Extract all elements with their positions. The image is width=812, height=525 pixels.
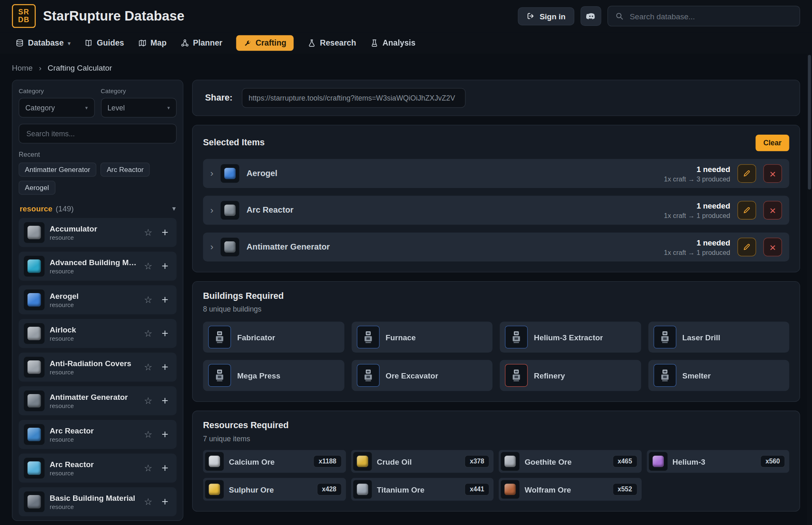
list-item[interactable]: Accumulator resource ☆ + [18, 218, 177, 247]
nav-database[interactable]: Database ▾ [16, 38, 71, 48]
building-tile[interactable]: Laser Drill [648, 321, 789, 353]
remove-button[interactable]: × [763, 201, 782, 219]
expand-chevron-icon[interactable]: › [210, 206, 213, 215]
share-url-input[interactable] [242, 88, 466, 108]
item-type: resource [50, 369, 138, 376]
level-filter-label: Category [101, 87, 177, 95]
list-item[interactable]: Basic Building Material resource ☆ + [18, 487, 177, 516]
list-item[interactable]: Antimatter Generator resource ☆ + [18, 386, 177, 415]
favorite-star-icon[interactable]: ☆ [143, 395, 153, 407]
building-icon [357, 326, 380, 348]
page: SR DB StarRupture Database Sign in [0, 0, 812, 525]
resource-tile[interactable]: Wolfram Ore x552 [499, 478, 642, 501]
breadcrumb: Home › Crafting Calculator [0, 54, 812, 80]
add-item-button[interactable]: + [158, 395, 171, 407]
favorite-star-icon[interactable]: ☆ [143, 227, 153, 238]
favorite-star-icon[interactable]: ☆ [143, 429, 153, 440]
nav-database-label: Database [28, 38, 64, 48]
building-tile[interactable]: Mega Press [203, 360, 344, 391]
resource-icon [501, 452, 519, 470]
remove-button[interactable]: × [763, 164, 782, 183]
building-tile[interactable]: Furnace [351, 321, 493, 353]
add-item-button[interactable]: + [158, 328, 171, 339]
building-tile[interactable]: Fabricator [203, 321, 344, 353]
scrollbar[interactable] [807, 54, 812, 525]
global-search-input[interactable] [628, 11, 792, 21]
resource-tile[interactable]: Sulphur Ore x428 [203, 478, 346, 501]
edit-button[interactable] [737, 238, 756, 256]
list-item[interactable]: Advanced Building Mat... resource ☆ + [18, 252, 177, 281]
building-name: Mega Press [237, 371, 280, 380]
add-item-button[interactable]: + [158, 463, 171, 474]
add-item-button[interactable]: + [158, 294, 171, 306]
favorite-star-icon[interactable]: ☆ [143, 261, 153, 272]
favorite-star-icon[interactable]: ☆ [143, 463, 153, 474]
category-select[interactable]: Category ▾ [18, 98, 94, 117]
recent-chip[interactable]: Aerogel [18, 181, 55, 195]
clear-button[interactable]: Clear [755, 135, 789, 151]
building-tile[interactable]: Helium-3 Extractor [500, 321, 641, 353]
add-item-button[interactable]: + [158, 227, 171, 238]
nav-planner[interactable]: Planner [181, 38, 222, 48]
edit-button[interactable] [737, 164, 756, 183]
scrollbar-thumb[interactable] [808, 55, 811, 190]
selected-item-name: Aerogel [246, 169, 277, 178]
discord-button[interactable] [580, 6, 601, 26]
add-item-button[interactable]: + [158, 496, 171, 508]
nav-analysis[interactable]: Analysis [370, 38, 415, 48]
building-tile[interactable]: Smelter [648, 360, 789, 391]
resource-tile[interactable]: Crude Oil x378 [351, 450, 494, 473]
sign-in-button[interactable]: Sign in [518, 7, 575, 25]
chevron-down-icon: ▾ [85, 105, 87, 110]
edit-button[interactable] [737, 201, 756, 219]
resource-tile[interactable]: Titanium Ore x441 [351, 478, 494, 501]
building-icon [505, 364, 528, 387]
global-search[interactable] [608, 6, 800, 26]
list-item[interactable]: Airlock resource ☆ + [18, 319, 177, 348]
add-item-button[interactable]: + [158, 261, 171, 272]
item-search-input[interactable] [25, 129, 170, 138]
list-item[interactable]: Arc Reactor resource ☆ + [18, 454, 177, 483]
building-tile[interactable]: Ore Excavator [351, 360, 493, 391]
level-select-value: Level [108, 103, 125, 112]
breadcrumb-home[interactable]: Home [12, 63, 32, 72]
add-item-button[interactable]: + [158, 362, 171, 373]
resources-required-panel: Resources Required 7 unique items Calciu… [192, 410, 800, 511]
beaker-icon [370, 39, 378, 47]
favorite-star-icon[interactable]: ☆ [143, 294, 153, 306]
resource-tile[interactable]: Goethite Ore x465 [499, 450, 642, 473]
craft-detail: 1x craft → 1 produced [664, 248, 730, 256]
selected-item-icon [220, 238, 239, 256]
nav-map[interactable]: Map [138, 38, 166, 48]
nav-guides[interactable]: Guides [85, 38, 124, 48]
nav-research[interactable]: Research [307, 38, 356, 48]
building-tile[interactable]: Refinery [500, 360, 641, 391]
resource-count-badge: x378 [465, 455, 489, 468]
list-item[interactable]: Arc Reactor resource ☆ + [18, 420, 177, 449]
recent-chip[interactable]: Arc Reactor [101, 163, 150, 177]
remove-button[interactable]: × [763, 238, 782, 256]
add-item-button[interactable]: + [158, 429, 171, 440]
favorite-star-icon[interactable]: ☆ [143, 328, 153, 339]
resource-tile[interactable]: Calcium Ore x1188 [203, 450, 346, 473]
resource-section-header[interactable]: resource (149) ▾ [20, 204, 176, 213]
level-select[interactable]: Level ▾ [101, 98, 177, 117]
resource-tile[interactable]: Helium-3 x560 [647, 450, 789, 473]
category-filter-label: Category [18, 87, 94, 95]
item-type: resource [50, 301, 138, 309]
list-item[interactable]: Aerogel resource ☆ + [18, 285, 177, 314]
site-logo[interactable]: SR DB [12, 4, 36, 28]
expand-chevron-icon[interactable]: › [210, 169, 213, 178]
logo-line-2: DB [18, 16, 30, 24]
expand-chevron-icon[interactable]: › [210, 242, 213, 252]
favorite-star-icon[interactable]: ☆ [143, 362, 153, 373]
top-bar-actions: Sign in [518, 6, 801, 26]
recent-chip[interactable]: Antimatter Generator [18, 163, 96, 177]
needed-count: 1 needed [664, 165, 730, 173]
main-content: Share: Selected Items Clear › [192, 80, 800, 511]
resources-grid: Calcium Ore x1188 Crude Oil x378 [203, 450, 789, 501]
item-search[interactable] [18, 124, 177, 143]
list-item[interactable]: Anti-Radiation Covers resource ☆ + [18, 353, 177, 382]
favorite-star-icon[interactable]: ☆ [143, 496, 153, 508]
nav-crafting[interactable]: Crafting [236, 35, 294, 51]
